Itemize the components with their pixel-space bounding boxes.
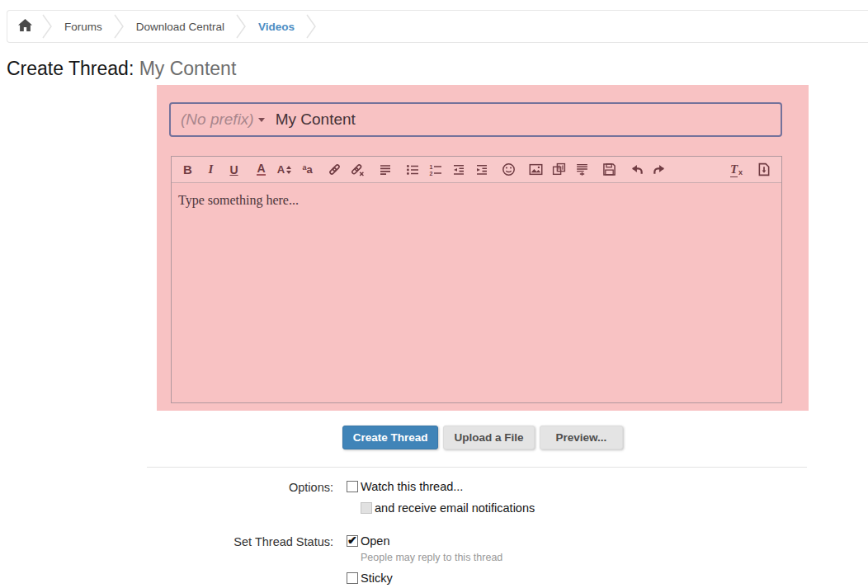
undo-icon[interactable] xyxy=(629,162,644,177)
rich-text-editor: B I U A A a a xyxy=(171,156,782,403)
font-group: A A a a xyxy=(248,162,321,177)
redo-icon[interactable] xyxy=(652,162,668,177)
page-title-thread-name: My Content xyxy=(139,58,237,79)
breadcrumb-separator-icon xyxy=(306,11,317,42)
watch-thread-checkbox[interactable] xyxy=(347,481,358,492)
section-divider xyxy=(147,467,807,468)
prefix-dropdown-label: (No prefix) xyxy=(181,111,254,129)
text-color-icon[interactable]: A xyxy=(257,163,265,176)
svg-text:2: 2 xyxy=(429,171,432,176)
italic-icon[interactable]: I xyxy=(203,162,219,177)
open-checkbox[interactable]: ✔ xyxy=(347,535,358,547)
home-breadcrumb[interactable] xyxy=(7,19,42,35)
sticky-label: Sticky xyxy=(361,572,393,585)
font-family-icon[interactable]: a a xyxy=(300,162,315,177)
breadcrumb-videos[interactable]: Videos xyxy=(247,21,306,33)
draft-group xyxy=(596,162,623,177)
link-group xyxy=(321,162,371,177)
editor-placeholder: Type something here... xyxy=(178,193,299,207)
editor-body[interactable]: Type something here... xyxy=(172,183,781,402)
home-icon xyxy=(18,19,32,35)
thread-status-label: Set Thread Status: xyxy=(0,534,347,548)
email-notifications-label: and receive email notifications xyxy=(375,501,535,515)
breadcrumb-forums[interactable]: Forums xyxy=(53,21,114,33)
preview-button[interactable]: Preview... xyxy=(540,426,624,449)
indent-icon[interactable] xyxy=(474,162,489,177)
breadcrumb-separator-icon xyxy=(114,11,125,42)
history-group xyxy=(623,162,673,177)
upload-file-button[interactable]: Upload a File xyxy=(443,426,534,449)
font-size-icon[interactable]: A xyxy=(276,162,292,177)
page-title-prefix: Create Thread: xyxy=(7,58,134,79)
insert-link-icon[interactable] xyxy=(327,162,342,177)
sticky-checkbox[interactable] xyxy=(347,572,358,584)
watch-thread-label: Watch this thread... xyxy=(361,480,463,493)
watch-thread-row: Options: Watch this thread... xyxy=(0,480,868,494)
format-group: B I U xyxy=(174,162,248,177)
underline-icon[interactable]: U xyxy=(226,162,242,177)
unlink-icon[interactable] xyxy=(350,162,366,177)
open-label: Open xyxy=(361,534,389,548)
thread-status-open-row: Set Thread Status: ✔ Open xyxy=(0,534,868,548)
options-label: Options: xyxy=(0,480,347,494)
bulleted-list-icon[interactable] xyxy=(404,162,420,177)
breadcrumb: Forums Download Central Videos xyxy=(7,10,868,43)
numbered-list-icon[interactable]: 12 xyxy=(427,162,443,177)
insert-media-icon[interactable] xyxy=(551,162,567,177)
align-group xyxy=(371,162,399,177)
smilies-icon[interactable] xyxy=(501,162,517,177)
editor-toolbar: B I U A A a a xyxy=(172,157,781,183)
breadcrumb-download-central[interactable]: Download Central xyxy=(125,21,236,33)
toggle-bbcode-editor-icon[interactable] xyxy=(756,162,771,177)
editor-mode-group: T x xyxy=(723,162,779,177)
breadcrumb-separator-icon xyxy=(42,11,53,42)
media-group xyxy=(522,162,596,177)
thread-title-value: My Content xyxy=(276,111,356,129)
outdent-icon[interactable] xyxy=(451,162,466,177)
list-group: 12 xyxy=(399,162,495,177)
page-title: Create Thread: My Content xyxy=(7,58,868,80)
smilies-group xyxy=(495,162,522,177)
open-hint: People may reply to this thread xyxy=(347,552,502,563)
open-hint-row: People may reply to this thread xyxy=(0,548,868,563)
thread-title-input[interactable]: (No prefix) My Content xyxy=(169,102,782,137)
quote-icon[interactable] xyxy=(574,162,590,177)
thread-status-sticky-row: Sticky xyxy=(0,572,868,585)
insert-image-icon[interactable] xyxy=(528,162,544,177)
create-thread-button[interactable]: Create Thread xyxy=(342,426,439,449)
breadcrumb-separator-icon xyxy=(236,11,247,42)
highlighted-form-overlay: (No prefix) My Content B I U A A a a xyxy=(157,85,809,411)
options-section: Options: Watch this thread... and receiv… xyxy=(0,480,868,585)
remove-formatting-icon[interactable]: T x xyxy=(729,162,744,177)
action-button-row: Create Thread Upload a File Preview... xyxy=(157,426,809,449)
save-draft-icon[interactable] xyxy=(601,162,617,177)
checkmark-icon: ✔ xyxy=(347,535,357,545)
svg-text:1: 1 xyxy=(429,163,432,169)
email-notifications-row: and receive email notifications xyxy=(0,501,868,515)
email-notifications-checkbox[interactable] xyxy=(361,502,372,514)
text-alignment-icon[interactable] xyxy=(377,162,393,177)
prefix-dropdown[interactable]: (No prefix) xyxy=(181,111,265,129)
chevron-down-icon xyxy=(258,118,265,122)
bold-icon[interactable]: B xyxy=(180,162,196,177)
